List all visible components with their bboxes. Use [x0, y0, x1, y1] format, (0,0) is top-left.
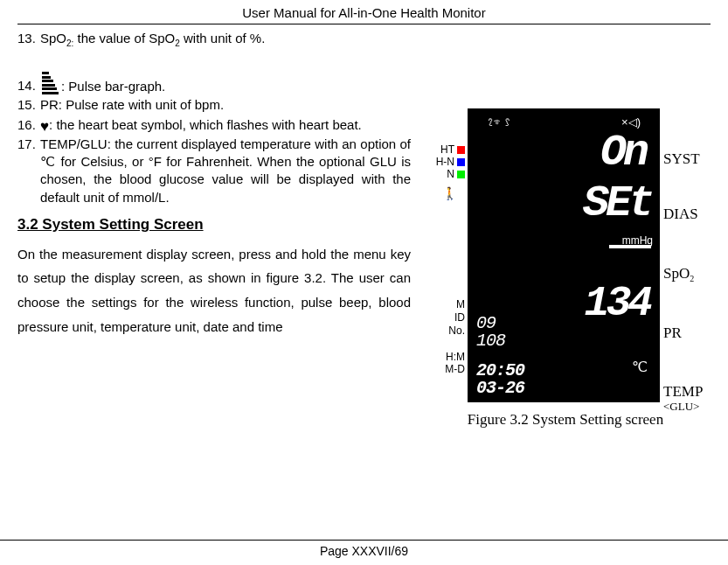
content: 13. SpO2: the value of SpO2 with unit of… — [17, 30, 711, 339]
list-item-13: 13. SpO2: the value of SpO2 with unit of… — [17, 30, 711, 50]
left-bottom-labels: H:M M-D — [434, 351, 465, 375]
list-text: PR: Pulse rate with unit of bpm. — [40, 96, 224, 114]
label-dias: DIAS — [663, 206, 709, 223]
label-md: M-D — [434, 363, 465, 375]
text: : Pulse bar-graph. — [61, 78, 165, 93]
green-square-icon — [457, 171, 465, 178]
screen-underline — [609, 245, 651, 248]
list-text: TEMP/GLU: the current displayed temperat… — [40, 136, 411, 206]
label-spo2: SpO2 — [663, 265, 709, 283]
label-no: No. — [434, 324, 465, 338]
figure-3-2: HT H-N N 🚶 M ID No. H:M M-D ⟅ᯤ⟆ ×◁) — [420, 108, 711, 429]
list-number: 16. — [17, 116, 40, 134]
heart-icon: ♥ — [40, 122, 49, 132]
section-heading: 3.2 System Setting Screen — [17, 215, 411, 235]
label-m: M — [434, 298, 465, 311]
document-header: User Manual for All-in-One Health Monito… — [17, 0, 711, 24]
mute-icon: ×◁) — [621, 115, 641, 129]
device-right-labels: SYST DIAS SpO2 PR TEMP <GLU> — [660, 108, 709, 412]
red-square-icon — [457, 146, 465, 154]
text: with unit of %. — [180, 31, 266, 45]
label-glu: <GLU> — [663, 401, 709, 412]
label-ht: HT — [434, 143, 465, 156]
list-text: ♥: the heart beat symbol, which flashes … — [40, 116, 362, 134]
bargraph-icon — [42, 71, 59, 96]
blue-square-icon — [457, 158, 465, 166]
list-number: 15. — [17, 96, 40, 114]
list-item-17: 17. TEMP/GLU: the current displayed temp… — [17, 136, 411, 206]
screen-topbar: ⟅ᯤ⟆ ×◁) — [468, 115, 660, 129]
label-temp: TEMP — [663, 383, 709, 401]
figure-caption: Figure 3.2 System Setting screen — [420, 411, 711, 429]
label-n: N — [434, 168, 465, 180]
text: : the heart beat symbol, which flashes w… — [49, 117, 362, 132]
device-image: HT H-N N 🚶 M ID No. H:M M-D ⟅ᯤ⟆ ×◁) — [420, 108, 711, 412]
screen-on: On — [600, 128, 646, 178]
device-screen: ⟅ᯤ⟆ ×◁) On SEt mmHg 134 09 108 20:50 03-… — [468, 108, 660, 402]
text: SpO — [40, 31, 66, 45]
label-syst: SYST — [663, 150, 709, 168]
section-paragraph: On the measurement display screen, press… — [17, 242, 411, 339]
screen-deg-c: ℃ — [632, 359, 648, 375]
list-text: SpO2: the value of SpO2 with unit of %. — [40, 30, 265, 50]
label-hm: H:M — [434, 351, 465, 363]
person-icon: 🚶 — [434, 187, 465, 199]
wireless-icon: ⟅ᯤ⟆ — [487, 115, 510, 129]
screen-date: 03-26 — [476, 378, 524, 398]
page-footer: Page XXXVII/69 — [0, 540, 728, 558]
screen-no-value: 108 — [476, 331, 505, 351]
list-number: 13. — [17, 30, 40, 50]
left-lower-labels: M ID No. — [434, 298, 465, 338]
text: the value of SpO — [73, 31, 175, 45]
list-text: : Pulse bar-graph. — [40, 66, 165, 95]
label-id: ID — [434, 311, 465, 324]
device-left-labels: HT H-N N 🚶 M ID No. H:M M-D — [434, 108, 468, 412]
screen-set: SEt — [583, 178, 651, 228]
list-number: 17. — [17, 136, 40, 206]
list-number: 14. — [17, 77, 40, 94]
list-item-14: 14. : Pulse bar-graph. — [17, 66, 711, 95]
label-pr: PR — [663, 324, 709, 342]
screen-pr-value: 134 — [585, 280, 649, 327]
label-hn: H-N — [434, 156, 465, 168]
